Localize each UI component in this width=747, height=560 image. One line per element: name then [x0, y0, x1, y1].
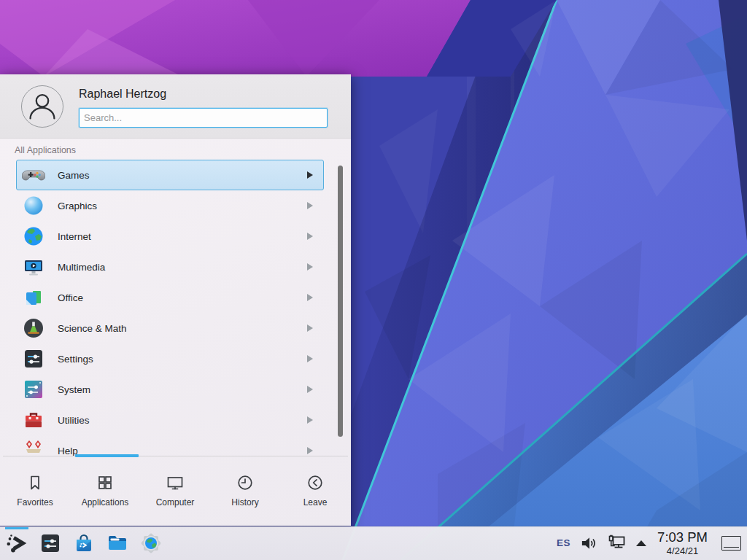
- discover-icon: [72, 532, 96, 555]
- category-internet[interactable]: Internet: [16, 221, 324, 252]
- submenu-arrow-icon: [307, 171, 313, 179]
- submenu-arrow-icon: [307, 447, 313, 454]
- computer-icon: [166, 473, 185, 492]
- tab-label: Favorites: [17, 497, 53, 508]
- category-label: Graphics: [58, 201, 307, 211]
- tabbar-separator: [3, 456, 348, 456]
- office-icon: [22, 286, 45, 309]
- konqueror-icon: [139, 532, 163, 555]
- section-label: All Applications: [15, 145, 76, 155]
- history-icon: [236, 473, 255, 492]
- submenu-arrow-icon: [307, 386, 313, 393]
- clock-date: 4/24/21: [657, 546, 708, 556]
- user-avatar[interactable]: [21, 85, 63, 128]
- system-settings-icon: [39, 532, 62, 555]
- category-label: Settings: [58, 354, 307, 365]
- submenu-arrow-icon: [307, 416, 313, 424]
- category-label: Office: [58, 292, 307, 303]
- category-help[interactable]: Help: [16, 435, 324, 456]
- tab-history[interactable]: History: [210, 459, 280, 518]
- system-icon: [22, 378, 45, 401]
- category-label: Games: [58, 170, 307, 181]
- system-tray: ES 7:03 PM 4/24/21: [557, 530, 747, 556]
- submenu-arrow-icon: [307, 324, 313, 332]
- submenu-arrow-icon: [307, 355, 313, 362]
- multimedia-icon: [22, 255, 45, 279]
- tab-favorites[interactable]: Favorites: [0, 459, 70, 518]
- kde-launcher-icon: [5, 532, 28, 555]
- volume-icon[interactable]: [580, 534, 598, 553]
- settings-icon: [22, 347, 45, 370]
- submenu-arrow-icon: [307, 294, 313, 301]
- category-science-math[interactable]: Science & Math: [16, 313, 324, 343]
- submenu-arrow-icon: [307, 233, 313, 240]
- games-icon: [22, 163, 45, 187]
- taskbar-system-settings[interactable]: [34, 526, 67, 560]
- category-graphics[interactable]: Graphics: [16, 190, 324, 221]
- help-icon: [22, 439, 45, 456]
- category-label: System: [58, 384, 307, 395]
- digital-clock[interactable]: 7:03 PM 4/24/21: [656, 530, 709, 556]
- user-name: Raphael Hertzog: [79, 88, 166, 101]
- category-utilities[interactable]: Utilities: [16, 405, 324, 435]
- launcher-header: Raphael Hertzog: [0, 74, 351, 139]
- category-system[interactable]: System: [16, 374, 324, 405]
- category-games[interactable]: Games: [16, 160, 324, 190]
- dolphin-icon: [106, 532, 129, 555]
- active-tab-indicator: [75, 454, 139, 457]
- category-label: Internet: [58, 231, 307, 242]
- tab-label: History: [231, 497, 258, 508]
- tab-computer[interactable]: Computer: [140, 459, 210, 518]
- scrollbar-handle[interactable]: [338, 166, 343, 437]
- category-settings[interactable]: Settings: [16, 343, 324, 374]
- category-label: Science & Math: [58, 323, 307, 334]
- desktop: Raphael Hertzog All Applications: [0, 0, 747, 560]
- taskbar-dolphin[interactable]: [101, 526, 134, 560]
- keyboard-layout-indicator[interactable]: ES: [557, 537, 570, 548]
- launcher-active-indicator: [5, 527, 28, 529]
- show-desktop-button[interactable]: [721, 536, 741, 551]
- tab-label: Leave: [303, 497, 328, 508]
- taskbar: ES 7:03 PM 4/24/21: [0, 526, 747, 560]
- network-icon[interactable]: [608, 534, 627, 553]
- category-office[interactable]: Office: [16, 282, 324, 313]
- search-input[interactable]: [79, 108, 328, 128]
- category-label: Multimedia: [58, 262, 307, 273]
- clock-time: 7:03 PM: [657, 530, 708, 545]
- leave-icon: [306, 473, 325, 492]
- tray-expand-icon[interactable]: [636, 540, 646, 546]
- category-label: Utilities: [58, 415, 307, 426]
- internet-icon: [22, 225, 45, 248]
- taskbar-discover[interactable]: [67, 526, 101, 560]
- category-multimedia[interactable]: Multimedia: [16, 252, 324, 282]
- tab-leave[interactable]: Leave: [280, 459, 350, 518]
- tab-applications[interactable]: Applications: [70, 459, 140, 518]
- category-list: Games Graphics: [0, 160, 351, 456]
- taskbar-konqueror[interactable]: [134, 526, 168, 560]
- utilities-icon: [22, 408, 45, 432]
- submenu-arrow-icon: [307, 263, 313, 271]
- graphics-icon: [22, 194, 45, 217]
- launcher-tabbar: Favorites Applications C: [0, 459, 351, 518]
- favorites-icon: [26, 473, 44, 492]
- tab-label: Computer: [156, 497, 195, 508]
- application-launcher-popup: Raphael Hertzog All Applications: [0, 74, 351, 526]
- submenu-arrow-icon: [307, 202, 313, 209]
- applications-icon: [96, 473, 115, 492]
- user-icon: [22, 86, 63, 127]
- science-icon: [22, 316, 45, 340]
- launcher-button[interactable]: [0, 526, 34, 560]
- tab-label: Applications: [82, 497, 129, 508]
